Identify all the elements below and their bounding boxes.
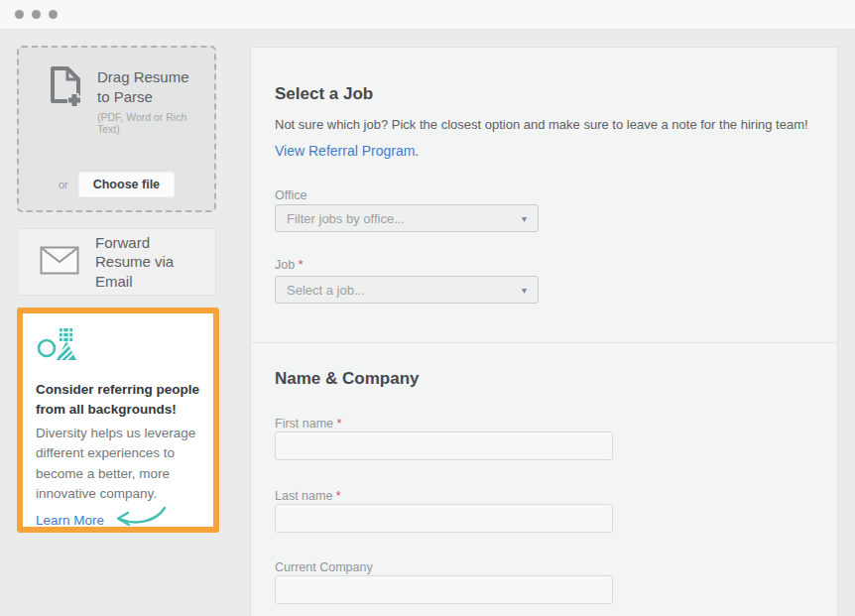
choose-file-button[interactable]: Choose file — [78, 172, 175, 197]
first-name-label: First name * — [275, 417, 341, 431]
diversity-body: Diversity helps us leverage different ex… — [36, 424, 214, 504]
envelope-icon — [40, 246, 79, 279]
referral-link-period: . — [415, 143, 419, 159]
or-label: or — [59, 179, 68, 190]
window-dot-3[interactable] — [49, 10, 58, 19]
select-job-description: Not sure which job? Pick the closest opt… — [275, 117, 808, 132]
job-select-placeholder: Select a job... — [287, 283, 365, 298]
curved-arrow-icon — [110, 505, 168, 535]
office-select-placeholder: Filter jobs by office... — [287, 211, 405, 226]
chevron-down-icon: ▾ — [522, 213, 527, 224]
referral-form-panel: Select a Job Not sure which job? Pick th… — [250, 47, 838, 616]
last-name-label: Last name * — [275, 489, 341, 503]
chevron-down-icon: ▾ — [522, 285, 527, 296]
forward-resume-box[interactable]: Forward Resume via Email — [17, 228, 216, 296]
first-name-input[interactable] — [275, 431, 613, 460]
job-label: Job * — [275, 258, 304, 272]
dropzone-title: Drag Resume to Parse — [97, 67, 196, 106]
window-dot-2[interactable] — [32, 10, 41, 19]
first-name-required-asterisk: * — [337, 417, 342, 431]
office-label: Office — [275, 188, 306, 202]
last-name-input[interactable] — [275, 504, 613, 533]
window-titlebar — [0, 0, 855, 30]
view-referral-program-link[interactable]: View Referral Program — [275, 143, 415, 159]
learn-more-link[interactable]: Learn More — [36, 513, 104, 528]
job-required-asterisk: * — [299, 258, 304, 272]
resume-dropzone[interactable]: Drag Resume to Parse (PDF, Word or Rich … — [17, 46, 216, 212]
select-job-heading: Select a Job — [275, 84, 373, 104]
dropzone-subtitle: (PDF, Word or Rich Text) — [97, 111, 206, 135]
shapes-icon — [36, 352, 81, 369]
current-company-label: Current Company — [275, 560, 373, 574]
name-company-heading: Name & Company — [275, 369, 419, 389]
section-divider — [251, 342, 837, 343]
window-dot-1[interactable] — [15, 10, 24, 19]
diversity-callout-card: Consider referring people from all backg… — [17, 308, 219, 533]
current-company-input[interactable] — [275, 575, 613, 604]
document-plus-icon — [49, 65, 83, 135]
job-select[interactable]: Select a job... ▾ — [275, 276, 539, 304]
forward-resume-label: Forward Resume via Email — [95, 233, 209, 292]
last-name-required-asterisk: * — [336, 489, 341, 503]
diversity-title: Consider referring people from all backg… — [36, 380, 210, 419]
office-select[interactable]: Filter jobs by office... ▾ — [275, 204, 539, 232]
